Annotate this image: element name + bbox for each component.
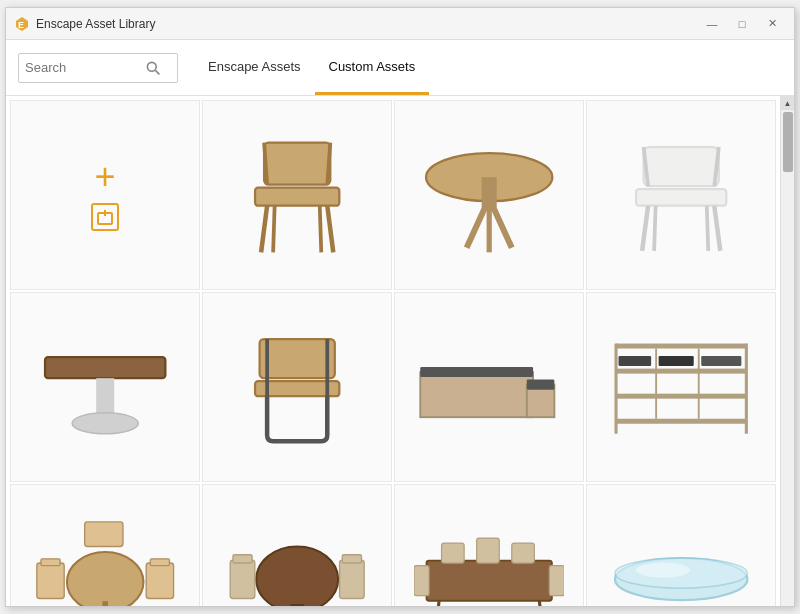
svg-rect-36 (420, 367, 533, 377)
main-window: E Enscape Asset Library — □ ✕ Enscape As… (5, 7, 795, 607)
svg-rect-41 (616, 343, 746, 348)
close-button[interactable]: ✕ (758, 14, 786, 34)
asset-cell-glass-object[interactable] (586, 484, 776, 606)
svg-rect-69 (441, 543, 464, 563)
svg-rect-43 (616, 393, 746, 398)
svg-rect-8 (255, 187, 339, 205)
svg-point-74 (636, 562, 690, 577)
svg-line-11 (273, 206, 275, 253)
asset-cell-white-chair[interactable] (586, 100, 776, 290)
svg-line-3 (155, 70, 159, 74)
search-input[interactable] (25, 60, 145, 75)
add-asset-cell[interactable]: + (10, 100, 200, 290)
asset-img (414, 312, 564, 462)
asset-cell-round-dining[interactable] (202, 484, 392, 606)
asset-cell-rect-table[interactable] (10, 292, 200, 482)
svg-rect-68 (549, 565, 564, 595)
asset-img (606, 312, 756, 462)
svg-rect-59 (290, 604, 304, 606)
content-area: + (6, 96, 794, 606)
asset-cell-shelving[interactable] (586, 292, 776, 482)
svg-rect-63 (342, 554, 361, 562)
add-plus-icon: + (94, 159, 115, 195)
title-bar: E Enscape Asset Library — □ ✕ (6, 8, 794, 40)
svg-point-30 (72, 413, 138, 434)
svg-rect-48 (658, 356, 693, 366)
svg-line-25 (707, 206, 709, 251)
svg-rect-54 (146, 563, 173, 599)
window-title: Enscape Asset Library (36, 17, 155, 31)
asset-grid: + (10, 100, 776, 606)
svg-rect-62 (339, 560, 364, 598)
svg-point-2 (147, 62, 156, 71)
title-bar-left: E Enscape Asset Library (14, 16, 155, 32)
svg-rect-28 (45, 357, 165, 378)
svg-rect-56 (84, 522, 122, 547)
svg-rect-21 (636, 189, 726, 206)
tab-custom-assets[interactable]: Custom Assets (315, 40, 430, 95)
svg-point-58 (256, 546, 338, 606)
svg-rect-71 (512, 543, 535, 563)
svg-line-24 (654, 206, 656, 251)
asset-cell-metal-chair[interactable] (202, 292, 392, 482)
asset-img (30, 312, 180, 462)
tab-enscape-assets[interactable]: Enscape Assets (194, 40, 315, 95)
asset-cell-dining-set[interactable] (10, 484, 200, 606)
asset-img (414, 504, 564, 606)
asset-img (222, 504, 372, 606)
svg-rect-67 (414, 565, 429, 595)
svg-line-9 (261, 206, 267, 253)
svg-line-10 (327, 206, 333, 253)
maximize-button[interactable]: □ (728, 14, 756, 34)
app-icon: E (14, 16, 30, 32)
svg-rect-49 (701, 356, 741, 366)
asset-img (606, 504, 756, 606)
svg-rect-7 (264, 142, 330, 184)
toolbar: Enscape Assets Custom Assets (6, 40, 794, 96)
svg-point-50 (67, 552, 144, 606)
svg-line-23 (714, 206, 720, 251)
scrollbar-track: ▲ (780, 96, 794, 606)
window-controls: — □ ✕ (698, 14, 786, 34)
svg-rect-19 (481, 177, 496, 207)
svg-rect-61 (233, 554, 252, 562)
svg-text:E: E (18, 20, 24, 30)
asset-img (222, 312, 372, 462)
svg-rect-64 (426, 560, 551, 600)
add-box-icon (91, 203, 119, 231)
svg-rect-60 (230, 560, 255, 598)
asset-img (414, 120, 564, 270)
asset-grid-area: + (6, 96, 780, 606)
asset-cell-conf-table[interactable] (394, 484, 584, 606)
asset-img (30, 504, 180, 606)
asset-img (606, 120, 756, 270)
scrollbar-thumb[interactable] (783, 112, 793, 172)
svg-rect-47 (618, 356, 651, 366)
scrollbar-up-arrow[interactable]: ▲ (781, 96, 795, 110)
search-container[interactable] (18, 53, 178, 83)
svg-line-12 (320, 206, 322, 253)
svg-rect-35 (420, 372, 533, 417)
svg-rect-44 (616, 418, 746, 423)
search-icon (145, 60, 161, 76)
svg-rect-70 (476, 538, 499, 563)
svg-rect-42 (616, 368, 746, 373)
tabs: Enscape Assets Custom Assets (194, 40, 429, 95)
asset-cell-counter[interactable] (394, 292, 584, 482)
asset-img (222, 120, 372, 270)
svg-rect-38 (527, 379, 555, 389)
svg-rect-31 (259, 339, 334, 378)
svg-rect-53 (41, 558, 60, 565)
asset-cell-round-table[interactable] (394, 100, 584, 290)
svg-rect-52 (37, 563, 64, 599)
asset-cell-chair-wood[interactable] (202, 100, 392, 290)
svg-rect-55 (150, 558, 169, 565)
svg-rect-20 (643, 147, 718, 186)
svg-line-22 (642, 206, 648, 251)
minimize-button[interactable]: — (698, 14, 726, 34)
